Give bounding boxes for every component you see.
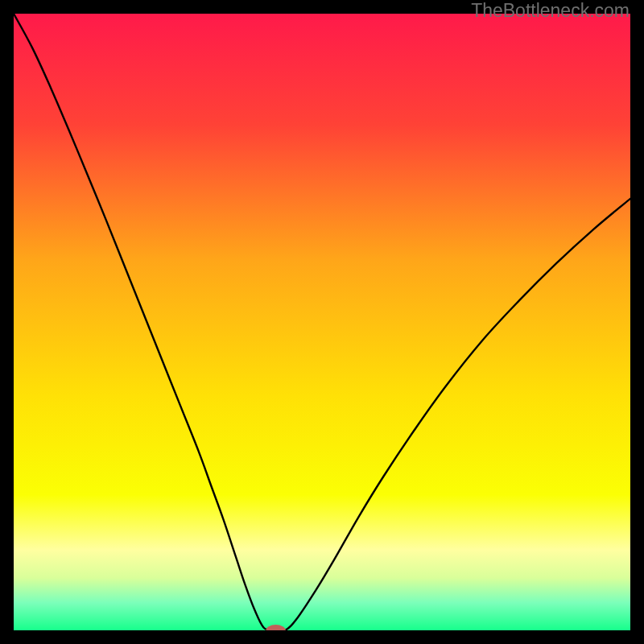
plot-area xyxy=(14,14,630,630)
gradient-background xyxy=(14,14,630,630)
chart-svg xyxy=(14,14,630,630)
chart-frame: TheBottleneck.com xyxy=(0,0,644,644)
watermark-text: TheBottleneck.com xyxy=(471,0,630,22)
